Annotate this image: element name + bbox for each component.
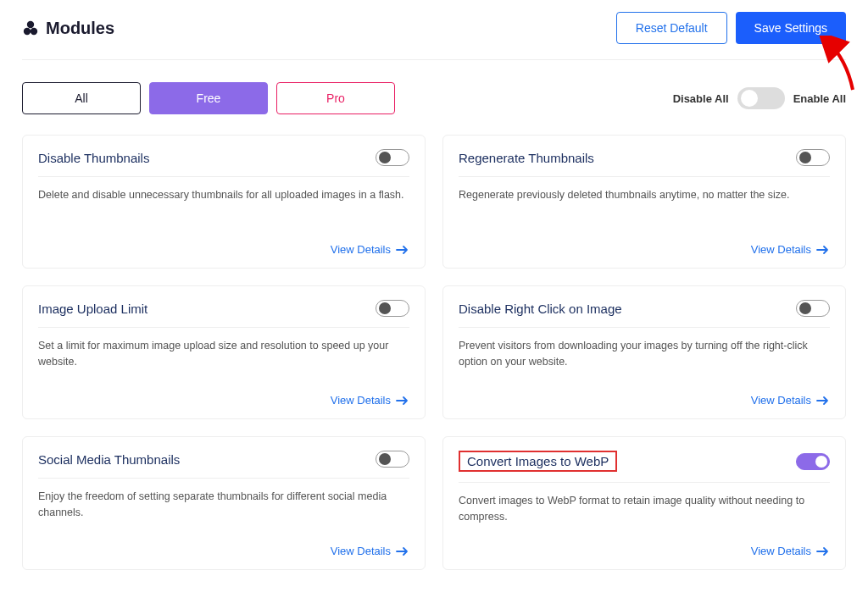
module-card: Convert Images to WebPConvert images to … xyxy=(442,436,846,570)
tab-free[interactable]: Free xyxy=(149,82,268,114)
module-title: Convert Images to WebP xyxy=(459,451,617,472)
svg-point-2 xyxy=(27,21,34,28)
title-wrap: Modules xyxy=(22,19,114,38)
tab-pro[interactable]: Pro xyxy=(276,82,395,114)
svg-point-1 xyxy=(31,28,37,35)
enable-all-label: Enable All xyxy=(793,92,846,105)
module-description: Convert images to WebP format to retain … xyxy=(459,493,830,531)
module-toggle[interactable] xyxy=(796,149,830,166)
card-head: Disable Thumbnails xyxy=(38,149,409,177)
module-toggle[interactable] xyxy=(376,300,409,317)
module-description: Set a limit for maximum image upload siz… xyxy=(38,338,409,380)
global-toggle-group: Disable All Enable All xyxy=(673,87,846,109)
module-toggle[interactable] xyxy=(376,451,409,468)
arrow-right-icon xyxy=(816,245,830,255)
module-title: Social Media Thumbnails xyxy=(38,452,180,467)
view-details-link[interactable]: View Details xyxy=(331,394,391,407)
arrow-right-icon xyxy=(396,546,409,556)
module-toggle[interactable] xyxy=(376,149,409,166)
module-card: Disable Right Click on ImagePrevent visi… xyxy=(442,285,846,419)
module-toggle[interactable] xyxy=(796,453,830,470)
card-footer: View Details xyxy=(459,243,830,256)
module-card: Disable ThumbnailsDelete and disable unn… xyxy=(22,135,426,269)
module-description: Delete and disable unnecessary thumbnail… xyxy=(38,187,409,230)
view-details-link[interactable]: View Details xyxy=(331,545,391,557)
arrow-right-icon xyxy=(396,396,409,406)
view-details-link[interactable]: View Details xyxy=(331,243,391,256)
card-head: Social Media Thumbnails xyxy=(38,451,409,479)
disable-all-label: Disable All xyxy=(673,92,729,105)
card-head: Convert Images to WebP xyxy=(459,451,830,483)
filter-row: All Free Pro Disable All Enable All xyxy=(22,60,846,135)
module-toggle[interactable] xyxy=(796,300,830,317)
card-footer: View Details xyxy=(38,243,409,256)
card-head: Disable Right Click on Image xyxy=(459,300,830,328)
arrow-right-icon xyxy=(816,396,830,406)
module-card: Social Media ThumbnailsEnjoy the freedom… xyxy=(22,436,426,570)
modules-logo-icon xyxy=(22,19,39,36)
page-title: Modules xyxy=(46,19,114,38)
module-title: Image Upload Limit xyxy=(38,302,147,316)
module-description: Enjoy the freedom of setting separate th… xyxy=(38,489,409,531)
module-description: Regenerate previously deleted thumbnails… xyxy=(459,187,830,230)
svg-point-0 xyxy=(24,28,31,35)
view-details-link[interactable]: View Details xyxy=(751,243,811,256)
card-footer: View Details xyxy=(38,545,409,557)
global-toggle[interactable] xyxy=(737,87,785,109)
save-settings-button[interactable]: Save Settings xyxy=(736,12,846,44)
module-title: Disable Right Click on Image xyxy=(459,302,622,316)
module-card: Regenerate ThumbnailsRegenerate previous… xyxy=(442,135,846,269)
module-title: Regenerate Thumbnails xyxy=(459,151,594,165)
module-grid: Disable ThumbnailsDelete and disable unn… xyxy=(22,135,846,570)
tab-all[interactable]: All xyxy=(22,82,141,114)
module-description: Prevent visitors from downloading your i… xyxy=(459,338,830,380)
arrow-right-icon xyxy=(816,546,830,556)
card-head: Image Upload Limit xyxy=(38,300,409,328)
card-head: Regenerate Thumbnails xyxy=(459,149,830,177)
module-card: Image Upload LimitSet a limit for maximu… xyxy=(22,285,426,419)
view-details-link[interactable]: View Details xyxy=(751,545,811,557)
module-title: Disable Thumbnails xyxy=(38,151,149,165)
card-footer: View Details xyxy=(459,545,830,557)
page-header: Modules Reset Default Save Settings xyxy=(22,0,846,60)
card-footer: View Details xyxy=(38,394,409,407)
arrow-right-icon xyxy=(396,245,409,255)
card-footer: View Details xyxy=(459,394,830,407)
reset-default-button[interactable]: Reset Default xyxy=(616,12,727,44)
view-details-link[interactable]: View Details xyxy=(751,394,811,407)
filter-tabs: All Free Pro xyxy=(22,82,395,114)
header-buttons: Reset Default Save Settings xyxy=(616,12,846,44)
